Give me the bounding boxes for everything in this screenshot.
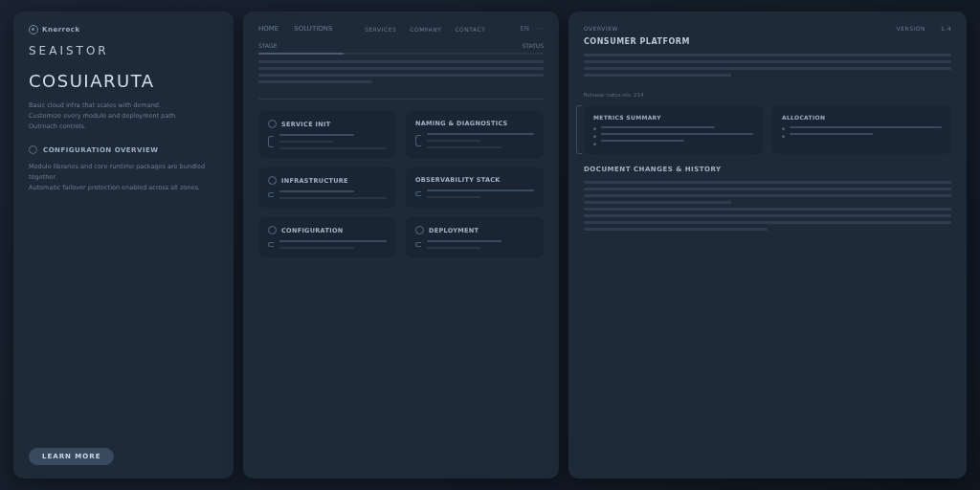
brand-name: Knerrock — [42, 26, 80, 33]
summary-card[interactable]: ALLOCATION — [772, 105, 951, 154]
nav-item[interactable]: SOLUTIONS — [294, 25, 332, 33]
rocket-icon — [415, 226, 424, 234]
feature-card[interactable]: INFRASTRUCTURE — [258, 167, 396, 208]
gear-icon — [268, 120, 277, 128]
nav-item[interactable]: COMPANY — [410, 26, 441, 33]
wordmark: SEAISTOR — [29, 44, 218, 57]
right-topnav: OVERVIEW VERSION 1.4 — [584, 25, 951, 32]
nav-item[interactable]: SERVICES — [365, 26, 396, 33]
right-textblock-2 — [584, 181, 951, 234]
logo-icon — [29, 25, 38, 34]
card-title: METRICS SUMMARY — [593, 114, 753, 121]
progress-bar[interactable] — [258, 53, 544, 55]
middle-panel: HOME SOLUTIONS SERVICES COMPANY CONTACT … — [243, 11, 559, 479]
bracket-icon — [268, 192, 274, 197]
left-topnav: Knerrock — [29, 25, 218, 34]
nav-group: SERVICES COMPANY CONTACT — [365, 26, 485, 33]
meta-label: STAGE — [258, 42, 277, 49]
feature-card[interactable]: DEPLOYMENT — [406, 217, 544, 257]
intro-line: Customize every module and deployment pa… — [29, 111, 218, 122]
feature-title: INFRASTRUCTURE — [281, 177, 348, 185]
intro-line: Basic cloud infra that scales with deman… — [29, 100, 218, 111]
meta-label: VERSION — [897, 25, 925, 32]
right-textblock-1 — [584, 54, 951, 80]
divider — [258, 99, 544, 100]
mid-meta: STAGE STATUS — [258, 42, 544, 49]
summary-card[interactable]: METRICS SUMMARY — [584, 105, 763, 154]
cog-icon — [268, 226, 277, 234]
intro-paragraph: Basic cloud infra that scales with deman… — [29, 100, 218, 132]
feature-title: DEPLOYMENT — [429, 227, 479, 234]
mid-textblock — [258, 60, 544, 87]
section-header: CONFIGURATION OVERVIEW — [29, 145, 218, 154]
feature-title: OBSERVABILITY STACK — [415, 176, 501, 184]
meta-label: OVERVIEW — [584, 25, 618, 32]
section-line: Module libraries and core runtime packag… — [29, 162, 218, 183]
feature-title: CONFIGURATION — [281, 227, 343, 234]
layers-icon — [268, 176, 277, 185]
nav-item[interactable]: HOME — [258, 25, 278, 33]
feature-card[interactable]: OBSERVABILITY STACK — [406, 167, 544, 208]
right-cards: METRICS SUMMARY ALLOCATION — [584, 105, 951, 154]
card-title: ALLOCATION — [782, 114, 942, 121]
left-panel: Knerrock SEAISTOR COSUIARUTA Basic cloud… — [13, 11, 234, 479]
mid-topnav: HOME SOLUTIONS SERVICES COMPANY CONTACT … — [258, 25, 544, 33]
nav-utilities: EN ⋯ — [520, 25, 544, 33]
right-subtext: Release notes rev. 214 — [584, 92, 951, 98]
meta-label: STATUS — [522, 42, 544, 49]
section-paragraph: Module libraries and core runtime packag… — [29, 162, 218, 193]
feature-card[interactable]: NAMING & DIAGNOSTICS — [406, 111, 544, 158]
learn-more-button[interactable]: LEARN MORE — [29, 448, 114, 465]
version-badge: 1.4 — [941, 25, 951, 32]
bracket-icon — [415, 191, 421, 196]
bracket-icon — [415, 242, 421, 247]
right-panel: OVERVIEW VERSION 1.4 CONSUMER PLATFORM R… — [568, 11, 967, 479]
right-subheading: DOCUMENT CHANGES & HISTORY — [584, 166, 951, 173]
section-title: CONFIGURATION OVERVIEW — [43, 146, 159, 154]
page-title: COSUIARUTA — [29, 71, 218, 91]
info-icon — [29, 145, 37, 154]
feature-card[interactable]: CONFIGURATION — [258, 217, 396, 257]
feature-grid: SERVICE INIT NAMING & DIAGNOSTICS INFRAS… — [258, 111, 544, 257]
brand-logo[interactable]: Knerrock — [29, 25, 80, 34]
bracket-icon — [268, 242, 274, 247]
lang-toggle[interactable]: EN — [520, 25, 529, 33]
menu-icon[interactable]: ⋯ — [537, 25, 544, 33]
bracket-icon — [268, 136, 274, 147]
nav-item[interactable]: CONTACT — [455, 26, 485, 33]
bracket-icon — [415, 135, 421, 146]
feature-title: NAMING & DIAGNOSTICS — [415, 120, 508, 127]
intro-line: Outreach controls. — [29, 122, 218, 132]
feature-title: SERVICE INIT — [281, 121, 330, 128]
right-heading: CONSUMER PLATFORM — [584, 37, 951, 46]
feature-card[interactable]: SERVICE INIT — [258, 111, 396, 158]
section-line: Automatic failover protection enabled ac… — [29, 183, 218, 193]
